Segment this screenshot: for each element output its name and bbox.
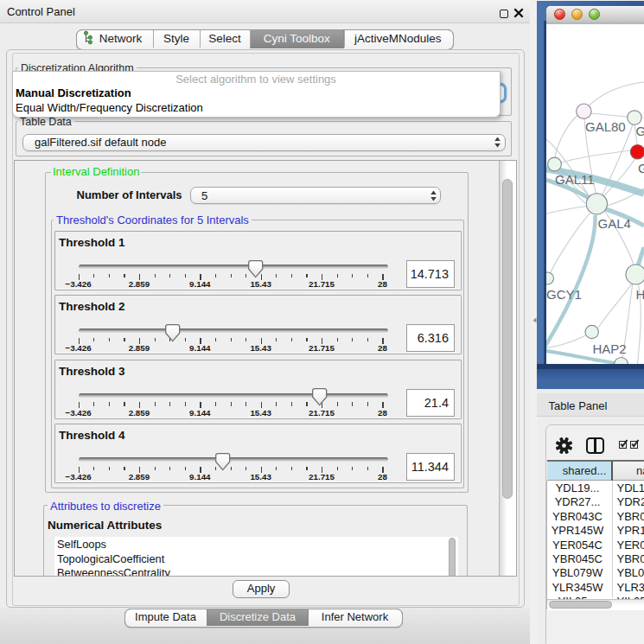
svg-text:GAL4: GAL4	[598, 216, 631, 231]
svg-text:GAL80: GAL80	[585, 119, 626, 134]
svg-text:HAP2: HAP2	[593, 341, 627, 356]
svg-text:GA: GA	[636, 124, 644, 138]
svg-text:G: G	[638, 161, 644, 175]
svg-text:HA: HA	[636, 287, 644, 302]
svg-text:GAL11: GAL11	[555, 172, 595, 187]
svg-text:GCY1: GCY1	[546, 287, 582, 302]
